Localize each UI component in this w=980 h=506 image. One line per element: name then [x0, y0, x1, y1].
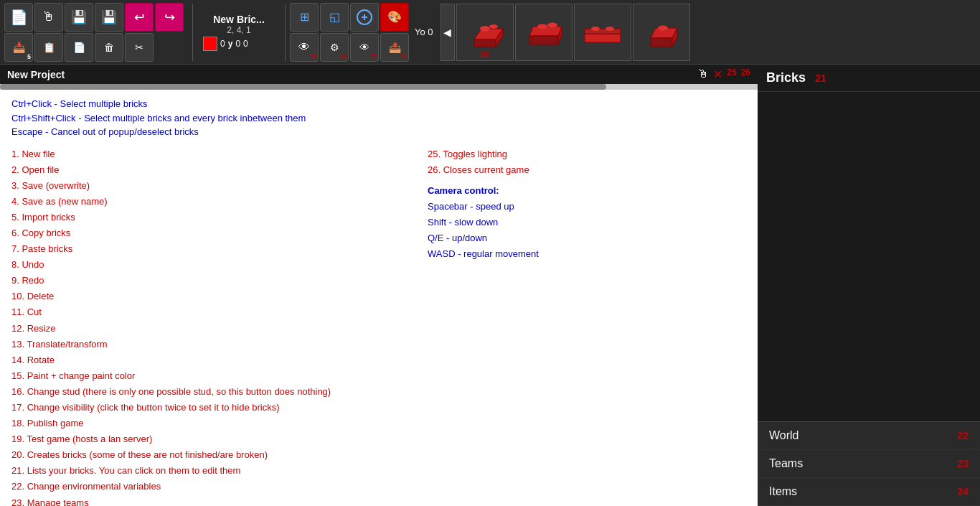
right-toolbar-group: ⊞ ◱ 🎨 👁 15 ⚙ 16 👁 17 📤 19 [288, 1, 410, 63]
camera-item: Spacebar - speed up [428, 199, 746, 215]
help-item-left: 10. Delete [11, 289, 413, 304]
sidebar-item-teams[interactable]: Teams23 [758, 450, 980, 478]
help-item-left: 19. Test game (hosts a lan server) [11, 431, 413, 447]
minimize-icon[interactable]: 🖱 [697, 67, 709, 81]
camera-control-title: Camera control: [428, 185, 746, 196]
svg-marker-16 [651, 38, 672, 47]
help-item-left: 14. Rotate [11, 352, 413, 368]
pos-z: 0 [243, 39, 248, 49]
help-left: 1. New file2. Open file3. Save (overwrit… [11, 146, 413, 507]
help-item-left: 4. Save as (new name) [11, 194, 413, 210]
svg-point-9 [537, 24, 547, 29]
toolbar: 📄 🖱 💾 💾 ↩ ↪ 📥 5 📋 📄 🗑 [0, 0, 980, 65]
open-file-button[interactable]: 🖱 [34, 3, 63, 32]
undo-button[interactable]: ↩ [125, 3, 154, 32]
project-bar: New Project 🖱 ✕ 25 26 [0, 65, 758, 84]
svg-rect-11 [585, 34, 621, 42]
help-item-left: 16. Change stud (there is only one possi… [11, 384, 413, 400]
brick-thumb-20[interactable]: 20 [456, 4, 514, 61]
help-item-left: 3. Save (overwrite) [11, 178, 413, 194]
help-item-left: 17. Change visibility (click the button … [11, 400, 413, 416]
save-overwrite-button[interactable]: 💾 [65, 3, 93, 32]
shortcut-hint-2: Ctrl+Shift+Click - Select multiple brick… [11, 111, 746, 126]
publish-button[interactable]: 📤 19 [380, 33, 409, 62]
yo-label: Yo 0 [410, 27, 438, 37]
cut-button[interactable]: ✂ [125, 33, 154, 62]
project-bar-title: New Project [7, 69, 65, 80]
main-area: New Project 🖱 ✕ 25 26 Ctrl+Click - Selec… [0, 65, 980, 506]
help-item-left: 11. Cut [11, 304, 413, 320]
sidebar-item-num: 23 [957, 458, 969, 469]
color-swatch[interactable] [203, 37, 217, 51]
svg-rect-12 [585, 29, 621, 34]
help-item-left: 15. Paint + change paint color [11, 368, 413, 384]
bricks-grid[interactable] [758, 92, 980, 421]
pos-y: 0 [235, 39, 240, 49]
shortcut-hints: Ctrl+Click - Select multiple bricks Ctrl… [11, 97, 746, 139]
project-bar-icons: 🖱 ✕ 25 26 [697, 67, 750, 81]
sidebar-item-num: 24 [957, 486, 969, 497]
help-item-left: 2. Open file [11, 162, 413, 178]
help-item-left: 8. Undo [11, 257, 413, 273]
select2-button[interactable]: ◱ [320, 3, 349, 32]
new-file-button[interactable]: 📄 [4, 3, 33, 32]
select-button[interactable]: ⊞ [290, 3, 319, 32]
close-icon[interactable]: ✕ [713, 67, 722, 81]
sidebar-item-label: World [769, 429, 799, 442]
help-item-left: 23. Manage teams [11, 495, 413, 506]
help-item-left: 1. New file [11, 146, 413, 162]
coords-display: 2, 4, 1 [203, 25, 275, 35]
svg-marker-7 [529, 36, 558, 44]
bricks-title: Bricks [766, 70, 806, 85]
camera-item: Shift - slow down [428, 215, 746, 230]
help-item-left: 20. Creates bricks (some of these are no… [11, 447, 413, 463]
svg-point-5 [489, 24, 498, 29]
sidebar-item-label: Items [769, 485, 797, 498]
svg-point-14 [606, 27, 614, 31]
num-25-label: 25 [727, 67, 736, 81]
help-item-left: 22. Change environmental variables [11, 479, 413, 495]
svg-point-18 [658, 25, 668, 30]
project-name-display: New Bric... [203, 14, 275, 25]
num-26-label: 26 [741, 67, 750, 81]
brick-thumb-23[interactable] [633, 4, 690, 61]
svg-marker-2 [474, 39, 496, 47]
sidebar-item-items[interactable]: Items24 [758, 478, 980, 506]
brick-thumb-21[interactable] [515, 4, 573, 61]
paint-button[interactable]: 🎨 [380, 3, 409, 32]
shortcut-hint-1: Ctrl+Click - Select multiple bricks [11, 97, 746, 111]
shortcut-hint-3: Escape - Cancel out of popup/deselect br… [11, 125, 746, 139]
help-item-left: 6. Copy bricks [11, 225, 413, 241]
help-item-left: 9. Redo [11, 273, 413, 289]
help-item-left: 12. Resize [11, 321, 413, 337]
scroll-thumb[interactable] [0, 84, 606, 90]
center-info: New Bric... 2, 4, 1 0 y 0 0 [196, 11, 282, 54]
transform-button[interactable] [350, 3, 379, 32]
bricks-header: Bricks 21 [758, 65, 980, 92]
brick-thumb-22[interactable] [574, 4, 631, 61]
help-item-right: 26. Closes current game [428, 162, 746, 178]
vis2-button[interactable]: 👁 17 [350, 33, 379, 62]
stud-button[interactable]: ⚙ 16 [320, 33, 349, 62]
visibility-button[interactable]: 👁 15 [290, 33, 319, 62]
pos-row: 0 y 0 0 [203, 37, 275, 51]
camera-item: Q/E - up/down [428, 230, 746, 246]
save-as-button[interactable]: 💾 [95, 3, 123, 32]
svg-point-10 [547, 22, 557, 27]
brick-nav-left[interactable]: ◀ [440, 4, 455, 61]
toolbar-divider-2 [285, 4, 286, 61]
svg-point-4 [480, 26, 490, 32]
brick-viewer: ◀ 20 [438, 1, 693, 64]
sidebar-item-num: 22 [957, 430, 969, 441]
import-bricks-button[interactable]: 📥 5 [4, 33, 33, 62]
delete-button[interactable]: 🗑 [95, 33, 123, 62]
paste-bricks-button[interactable]: 📄 [65, 33, 93, 62]
scroll-track[interactable] [0, 84, 758, 90]
sidebar-item-world[interactable]: World22 [758, 422, 980, 450]
toolbar-divider-1 [192, 4, 193, 61]
pos-label-y: y [228, 39, 233, 49]
copy-bricks-button[interactable]: 📋 [34, 33, 63, 62]
help-item-left: 18. Publish game [11, 416, 413, 431]
redo-button[interactable]: ↪ [155, 3, 184, 32]
help-item-left: 13. Translate/transform [11, 337, 413, 352]
